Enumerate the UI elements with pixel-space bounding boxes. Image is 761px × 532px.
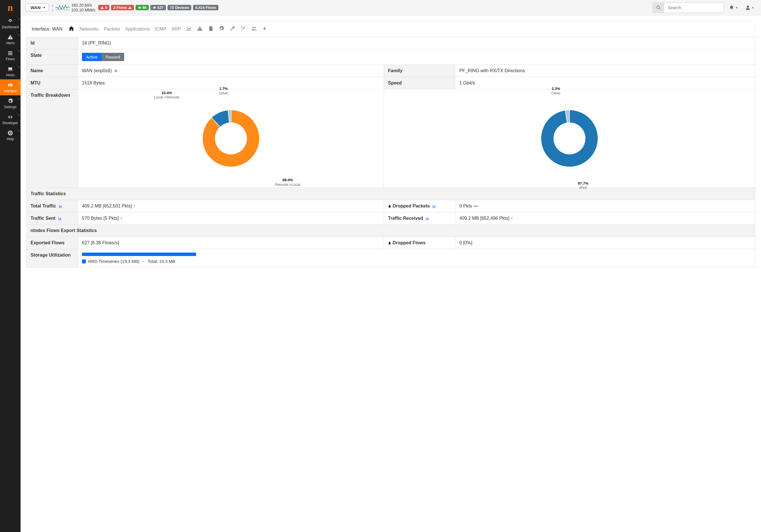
warning-icon [7,34,13,40]
label-traffic-sent: Traffic Sent [27,212,78,225]
arrow-up-icon: ↑ [511,216,513,221]
notifications-button[interactable]: ▼ [727,3,740,12]
gauge-icon [7,18,13,24]
laptop-icon [153,6,156,9]
value-traffic-received: 409.2 MB [652,496 Pkts] ↑ [455,212,755,225]
chart-icon[interactable] [58,216,62,221]
upload-speed: 182.20 bit/s [71,3,95,7]
state-active-button[interactable]: Active [82,53,102,61]
sidebar-item-hosts[interactable]: ▸Hosts [0,63,21,79]
chart-icon[interactable] [425,216,429,221]
tab-users[interactable] [251,26,257,32]
sidebar-item-label: Dashboard [2,25,19,29]
tab-chart[interactable] [186,26,192,32]
value-dropped-flows: 0 [0%] [455,237,755,249]
donut-chart-protocol: 97.7%IPv42.3%Other [388,93,751,184]
status-badges: 52 Flows8652772 Devices5,414 Flows [98,5,218,10]
sidebar-item-label: Interface [4,89,17,93]
donut-label: 10.4%Local->Remote [154,91,180,100]
topbar: WAN ▼ ↑ ↓ 182.20 bit/s 103.10 Mbit/s 52 … [21,0,761,15]
search-icon [656,5,661,10]
interface-selector[interactable]: WAN ▼ [25,3,49,12]
label-dropped-flows: Dropped Flows [384,237,455,249]
sidebar-item-label: Alerts [6,41,15,45]
label-family: Family [384,65,455,77]
tab-applications[interactable]: Applications [125,27,150,32]
storage-bar [82,253,196,256]
donut-label: 2.3%Other [551,87,560,95]
sidebar-item-interface[interactable]: ▸Interface [0,79,21,95]
download-speed: 103.10 Mbit/s [71,8,95,12]
label-state: State [27,49,78,65]
tab-branch[interactable] [240,26,246,32]
label-mtu: MTU [27,77,78,89]
status-badge[interactable]: 527 [150,5,166,10]
tab-icmp[interactable]: ICMP [155,27,166,32]
tab-bolt[interactable] [262,26,268,32]
chevron-down-icon: ▼ [43,6,46,9]
bolt-icon [262,26,268,31]
label-traffic-breakdown: Traffic Breakdown [27,89,78,188]
warning-icon [128,6,132,9]
tab-packets[interactable]: Packets [104,27,120,32]
label-dropped-packets: Dropped Packets [384,200,455,212]
tab-arp[interactable]: ARP [172,27,181,32]
sidebar-item-flows[interactable]: ▸Flows [0,47,21,63]
sidebar: n ▸Dashboard▸Alerts▸Flows▸Hosts▸Interfac… [0,0,21,532]
donut-chart-direction: 88.0%Remote->Local10.4%Local->Remote1.7%… [82,93,380,184]
status-badge[interactable]: 5,414 Flows [193,5,218,10]
user-menu-button[interactable]: ▼ [743,3,756,12]
sidebar-item-alerts[interactable]: ▸Alerts [0,31,21,47]
tab-home[interactable] [68,26,75,33]
code-icon [7,114,13,120]
state-toggle[interactable]: Active Paused [82,53,124,61]
drop-icon [388,204,392,208]
tab-settings[interactable] [219,26,224,32]
state-paused-button[interactable]: Paused [102,53,124,61]
sidebar-item-label: Hosts [6,73,15,77]
label-speed: Speed [384,77,455,89]
tab-alerts[interactable] [197,26,203,32]
tab-tools[interactable] [229,26,235,32]
status-badge[interactable]: 72 Devices [168,5,191,10]
sidebar-item-help[interactable]: ▸Help [0,127,21,143]
search-input[interactable] [664,3,724,13]
value-dropped-packets: 0 Pkts — [455,200,755,212]
donut-label: 88.0%Remote->Local [275,178,301,187]
chart-icon[interactable] [59,204,63,208]
minus-icon: — [473,204,478,208]
status-badge[interactable]: 86 [136,5,149,10]
nindex-header: nIndex Flows Export Statistics [27,225,755,237]
warning-icon [197,26,203,31]
logo[interactable]: n [0,0,21,15]
lifebuoy-icon [7,130,13,136]
branch-icon [240,26,246,31]
chart-icon[interactable] [432,204,436,208]
status-badge[interactable]: 5 [98,5,109,10]
value-mtu: 1518 Bytes [78,77,384,89]
status-badge[interactable]: 2 Flows [111,5,134,10]
label-traffic-received: Traffic Received [384,212,455,225]
ethernet-icon [7,82,13,88]
bars-icon [7,50,13,56]
value-id: 16 (PF_RING) [78,37,755,49]
laptop-icon [7,66,13,72]
sidebar-item-developer[interactable]: ▸Developer [0,111,21,127]
tab-networks[interactable]: Networks [80,27,99,32]
traffic-stats-header: Traffic Statistics [27,188,755,200]
label-name: Name [27,65,78,77]
users-icon [251,26,257,31]
sidebar-item-dashboard[interactable]: ▸Dashboard [0,15,21,31]
arrow-up-icon: ↑ [120,216,122,221]
donut-label: 1.7%Other [219,87,228,95]
arrow-up-icon: ↑ [52,4,54,8]
warning-icon [100,6,104,9]
label-storage: Storage Utilization [27,249,78,267]
value-total-traffic: 409.2 MB [652,501 Pkts] ↑ [78,200,384,212]
sparkline [55,4,70,12]
tab-report[interactable] [208,26,213,32]
search-button[interactable] [653,3,664,13]
name-settings-icon[interactable]: ⚙ [114,69,118,73]
sidebar-item-label: Developer [3,121,18,125]
sidebar-item-settings[interactable]: ▸Settings [0,95,21,111]
